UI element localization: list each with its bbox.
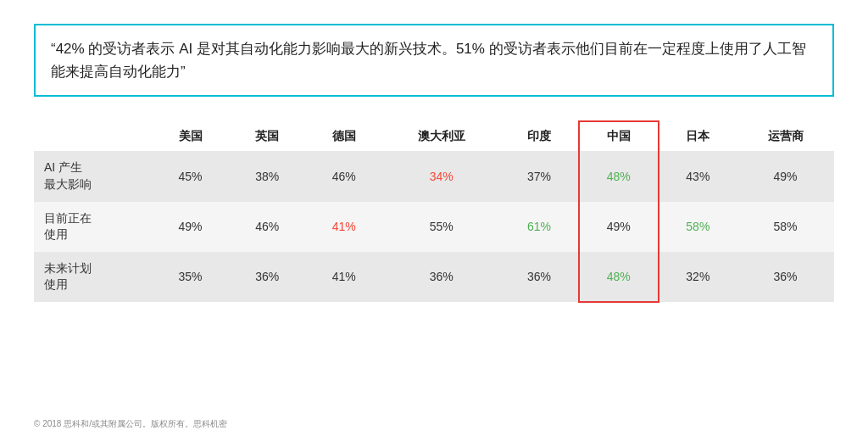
cell-r1-c5: 49% (579, 202, 659, 252)
table-row: AI 产生 最大影响45%38%46%34%37%48%43%49% (34, 151, 834, 201)
col-header-日本: 日本 (659, 121, 737, 151)
row-label-0: AI 产生 最大影响 (34, 151, 152, 201)
table-row: 未来计划 使用35%36%41%36%36%48%32%36% (34, 252, 834, 302)
cell-r1-c3: 55% (382, 202, 500, 252)
cell-r2-c7: 36% (737, 252, 834, 302)
col-header-运营商: 运营商 (737, 121, 834, 151)
cell-r1-c4: 61% (500, 202, 578, 252)
cell-r2-c4: 36% (500, 252, 578, 302)
quote-box: “42% 的受访者表示 AI 是对其自动化能力影响最大的新兴技术。51% 的受访… (34, 24, 834, 97)
cell-r1-c2: 41% (305, 202, 382, 252)
cell-r2-c1: 36% (229, 252, 306, 302)
col-header-中国: 中国 (579, 121, 659, 151)
col-header-label (34, 121, 152, 151)
cell-r2-c6: 32% (659, 252, 737, 302)
cell-r0-c0: 45% (152, 151, 229, 201)
row-label-2: 未来计划 使用 (34, 252, 152, 302)
footer-text: © 2018 思科和/或其附属公司。版权所有。思科机密 (34, 418, 834, 430)
cell-r0-c1: 38% (229, 151, 306, 201)
quote-text: “42% 的受访者表示 AI 是对其自动化能力影响最大的新兴技术。51% 的受访… (51, 37, 817, 83)
col-header-德国: 德国 (305, 121, 382, 151)
data-table: 美国英国德国澳大利亚印度中国日本运营商 AI 产生 最大影响45%38%46%3… (34, 120, 834, 303)
cell-r0-c3: 34% (382, 151, 500, 201)
cell-r1-c1: 46% (229, 202, 306, 252)
cell-r2-c0: 35% (152, 252, 229, 302)
cell-r1-c0: 49% (152, 202, 229, 252)
cell-r0-c2: 46% (305, 151, 382, 201)
table-row: 目前正在 使用49%46%41%55%61%49%58%58% (34, 202, 834, 252)
cell-r0-c4: 37% (500, 151, 578, 201)
page-container: “42% 的受访者表示 AI 是对其自动化能力影响最大的新兴技术。51% 的受访… (0, 0, 868, 447)
col-header-印度: 印度 (500, 121, 578, 151)
cell-r0-c6: 43% (659, 151, 737, 201)
cell-r2-c3: 36% (382, 252, 500, 302)
table-wrapper: 美国英国德国澳大利亚印度中国日本运营商 AI 产生 最大影响45%38%46%3… (34, 120, 834, 408)
col-header-澳大利亚: 澳大利亚 (382, 121, 500, 151)
cell-r2-c5: 48% (579, 252, 659, 302)
cell-r1-c6: 58% (659, 202, 737, 252)
cell-r0-c7: 49% (737, 151, 834, 201)
row-label-1: 目前正在 使用 (34, 202, 152, 252)
cell-r1-c7: 58% (737, 202, 834, 252)
col-header-英国: 英国 (229, 121, 306, 151)
cell-r2-c2: 41% (305, 252, 382, 302)
cell-r0-c5: 48% (579, 151, 659, 201)
col-header-美国: 美国 (152, 121, 229, 151)
